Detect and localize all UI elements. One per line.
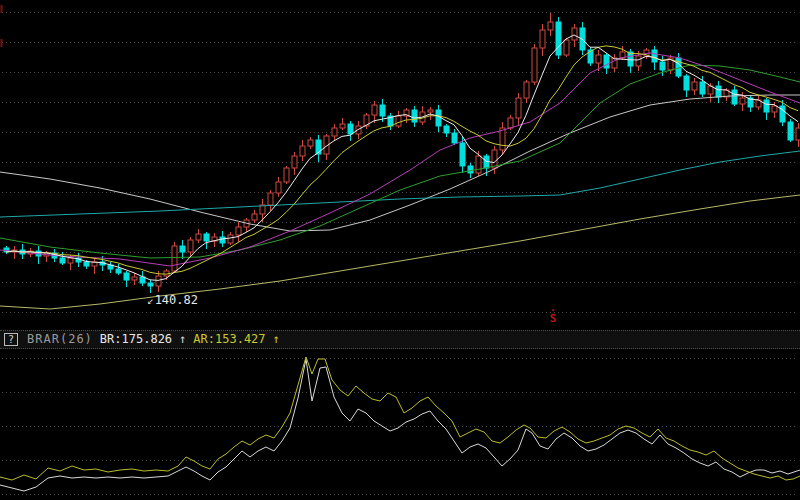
help-button[interactable]: ? xyxy=(4,333,18,346)
low-price-value: 140.82 xyxy=(155,293,198,307)
sell-marker: · S xyxy=(546,309,560,324)
br-value-label: BR:175.826 xyxy=(100,331,172,348)
trading-app-window: ? BRAR(26) BR:175.826 ↑ AR:153.427 ↑ ↙ 1… xyxy=(0,0,800,500)
ar-up-arrow-icon: ↑ xyxy=(273,331,280,348)
low-price-label: ↙ 140.82 xyxy=(147,293,198,307)
low-arrow-icon: ↙ xyxy=(147,294,154,307)
ar-value-label: AR:153.427 xyxy=(193,331,265,348)
indicator-name-label[interactable]: BRAR(26) xyxy=(27,331,93,348)
br-up-arrow-icon: ↑ xyxy=(179,331,186,348)
chart-canvas[interactable] xyxy=(0,0,800,500)
indicator-header-bar: ? BRAR(26) BR:175.826 ↑ AR:153.427 ↑ xyxy=(0,330,800,349)
sell-marker-letter: S xyxy=(550,313,557,324)
